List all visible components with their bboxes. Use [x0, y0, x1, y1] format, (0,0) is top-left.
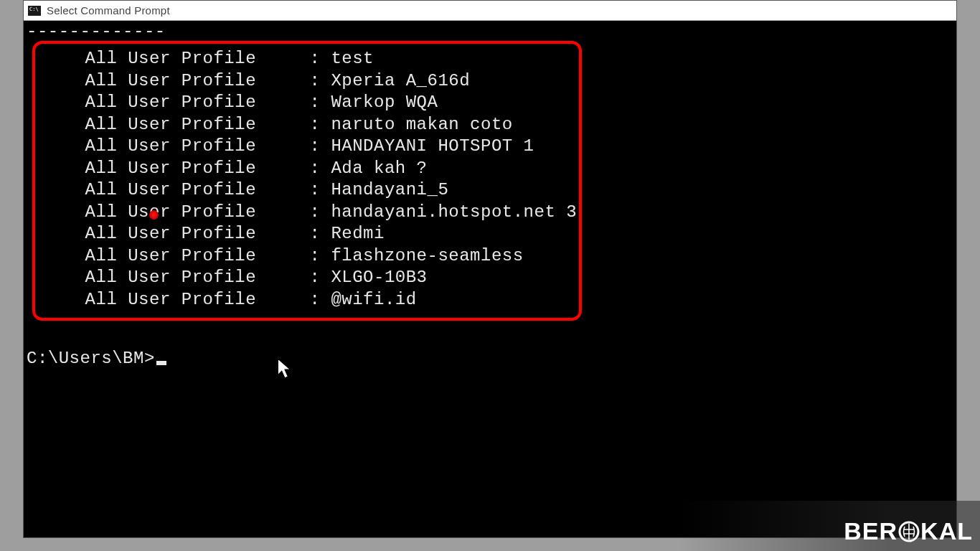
laser-pointer-icon [149, 210, 159, 220]
window-title: Select Command Prompt [47, 4, 170, 17]
profile-row: All User Profile : flashzone-seamless [42, 245, 572, 268]
profile-value: test [331, 49, 374, 68]
profile-value: Xperia A_616d [331, 71, 470, 90]
profile-label [42, 49, 85, 68]
profile-value: handayani.hotspot.net 3 [331, 202, 577, 222]
profile-value: Redmi [331, 224, 385, 243]
watermark-text-1: BER [844, 517, 897, 545]
watermark-brain-icon [898, 521, 920, 542]
profile-row: All User Profile : Xperia A_616d [42, 70, 572, 93]
highlighted-profiles: All User Profile : test All User Profile… [32, 41, 582, 321]
profile-value: Handayani_5 [331, 180, 448, 199]
profile-row: All User Profile : test [42, 48, 572, 70]
watermark-logo: BER KAL [844, 517, 973, 545]
prompt-text: C:\Users\BM> [27, 349, 155, 368]
profile-row: All User Profile : @wifi.id [42, 289, 572, 311]
profile-row: All User Profile : Handayani_5 [42, 179, 572, 202]
profile-row: All User Profile : XLGO-10B3 [42, 267, 572, 289]
profile-label [42, 202, 85, 222]
profile-label [42, 136, 85, 156]
profile-value: Ada kah ? [331, 159, 427, 178]
profile-value: flashzone-seamless [331, 246, 523, 265]
profile-label [42, 268, 85, 287]
profile-row: All User Profile : Ada kah ? [42, 158, 572, 180]
profile-label [42, 93, 85, 112]
profile-label [42, 71, 85, 90]
profile-label [42, 224, 85, 243]
watermark-text-2: KAL [920, 517, 973, 545]
profile-row: All User Profile : Warkop WQA [42, 92, 572, 114]
profile-value: @wifi.id [331, 290, 416, 309]
prompt-line[interactable]: C:\Users\BM> [27, 348, 953, 370]
profile-row: All User Profile : HANDAYANI HOTSPOT 1 [42, 136, 572, 158]
profile-value: XLGO-10B3 [331, 268, 427, 287]
profile-label [42, 180, 85, 199]
profile-row: All User Profile : Redmi [42, 223, 572, 245]
mouse-pointer-icon [277, 358, 293, 380]
profile-value: naruto makan coto [331, 115, 512, 134]
profile-label [42, 246, 85, 265]
separator-line: ------------- [27, 25, 953, 38]
profile-row: All User Profile : handayani.hotspot.net… [42, 202, 572, 224]
cursor-icon [156, 361, 166, 365]
profile-label [42, 290, 85, 309]
titlebar[interactable]: Select Command Prompt [24, 1, 956, 21]
profile-value: Warkop WQA [331, 93, 438, 112]
cmd-icon [28, 6, 41, 16]
terminal-output[interactable]: ------------- All User Profile : test Al… [24, 21, 956, 537]
profile-label [42, 115, 85, 134]
cmd-window: Select Command Prompt ------------- All … [23, 0, 957, 538]
profile-row: All User Profile : naruto makan coto [42, 114, 572, 136]
profile-label [42, 159, 85, 178]
profile-value: HANDAYANI HOTSPOT 1 [331, 136, 534, 156]
